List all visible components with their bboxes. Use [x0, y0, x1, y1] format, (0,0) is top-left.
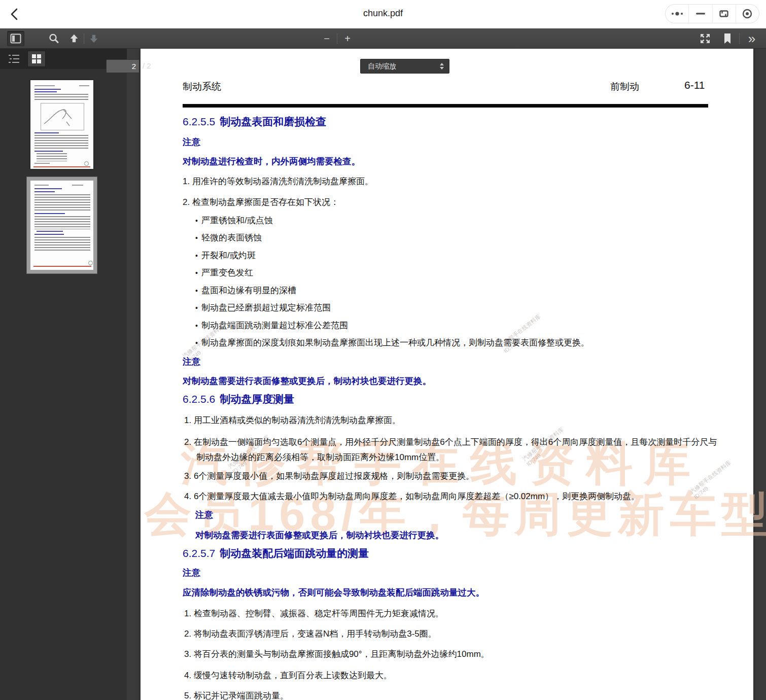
window-controls-capsule: [665, 4, 759, 23]
pdf-viewer-area: 汽修帮手在线资料库 会员168/年，每周更新车型 汽修帮手在线资料库ID:749…: [127, 49, 766, 700]
list-item: 5. 标记并记录端面跳动量。: [184, 690, 289, 700]
list-item: 3. 6个测量厚度最小值，如果制动盘厚度超过报废规格，则制动盘需要更换。: [184, 470, 474, 482]
page-number-label: 6-11: [684, 79, 705, 91]
header-rule: [183, 104, 708, 108]
bullet-marker: •: [195, 287, 198, 295]
next-page-button[interactable]: [87, 31, 101, 46]
zoom-in-button[interactable]: +: [340, 31, 355, 46]
bullet-marker: •: [195, 234, 198, 242]
bullet-item: •严重锈蚀和/或点蚀: [195, 215, 273, 226]
search-icon: [48, 33, 59, 44]
bullet-item: •轻微的表面锈蚀: [195, 232, 262, 243]
toolbar-separator: [84, 33, 84, 44]
list-item: 2. 将制动盘表面浮锈清理后，变速器N档，用手转动制动盘3-5圈。: [184, 628, 437, 640]
page-number-input[interactable]: [106, 59, 140, 73]
list-item: 1. 检查制动器、控制臂、减振器、稳定杆等周围件无力矩衰减情况。: [184, 608, 444, 619]
circle-dot-button[interactable]: [736, 5, 759, 23]
bullet-item: •严重变色发红: [195, 267, 253, 278]
zoom-level-select[interactable]: 自动缩放: [360, 59, 449, 74]
bullet-item: •制动盘已经磨损超过规定标准范围: [195, 302, 331, 313]
thumbnails-grid-icon: [31, 54, 42, 64]
select-spinner-icon: [440, 63, 444, 69]
double-chevron-icon: »: [748, 33, 755, 44]
bullet-item: •制动盘端面跳动测量超过标准公差范围: [195, 320, 348, 331]
minus-icon: [696, 12, 705, 15]
note-label: 注意: [183, 356, 200, 368]
thumbnail-page-2-preview: [30, 181, 93, 270]
bullet-item: •开裂和/或灼斑: [195, 250, 256, 261]
note-text: 应清除制动盘的铁锈或污物，否则可能会导致制动盘装配后端面跳动量过大。: [183, 586, 484, 599]
restore-window-button[interactable]: [712, 5, 736, 23]
note-label: 注意: [195, 509, 213, 521]
outline-list-icon: [8, 54, 20, 64]
thumbnail-page-1-preview: [30, 80, 93, 169]
presentation-mode-button[interactable]: [698, 31, 712, 46]
zoom-level-value: 自动缩放: [368, 62, 440, 71]
bookmark-button[interactable]: [720, 31, 735, 46]
overlap-squares-icon: [718, 8, 729, 19]
note-text: 对制动盘需要进行表面修整或更换后，制动衬块也要进行更换。: [183, 375, 431, 387]
outline-view-button[interactable]: [5, 51, 23, 67]
toolbar-separator: [337, 33, 337, 44]
section-heading-6256: 6.2.5.6制动盘厚度测量: [183, 392, 294, 406]
minus-icon: −: [324, 33, 330, 44]
pdf-page-2: 汽修帮手在线资料库 会员168/年，每周更新车型 汽修帮手在线资料库ID:749…: [141, 49, 753, 700]
thumbnail-page-2[interactable]: [26, 177, 97, 274]
more-options-button[interactable]: [666, 5, 688, 23]
section-heading-6257: 6.2.5.7制动盘装配后端面跳动量的测量: [183, 546, 369, 561]
thumbnails-view-button[interactable]: [27, 51, 46, 67]
note-text: 对制动盘需要进行表面修整或更换后，制动衬块也要进行更换。: [195, 529, 444, 541]
bullet-marker: •: [195, 252, 198, 260]
window-titlebar: chunk.pdf: [0, 0, 766, 28]
bullet-marker: •: [195, 339, 198, 347]
bullet-item: •盘面和边缘有明显的深槽: [195, 285, 296, 296]
more-tools-button[interactable]: »: [745, 31, 759, 46]
fullscreen-arrows-icon: [699, 32, 711, 45]
list-item: 1. 用准许的等效制动器清洗剂清洗制动盘摩擦面。: [183, 176, 373, 187]
toolbar-separator: [739, 33, 740, 44]
bullet-item: •制动盘摩擦面的深度划痕如果制动盘摩擦面出现上述一种或几种情况，则制动盘需要表面…: [195, 337, 589, 348]
ellipsis-dots-icon: [671, 11, 684, 17]
note-label: 注意: [183, 136, 200, 148]
thumbnail-page-1[interactable]: [30, 80, 93, 169]
list-item: 4. 缓慢匀速转动制动盘，直到百分表上读数达到最大。: [184, 670, 392, 681]
list-item: 4. 6个测量厚度最大值减去最小值即为制动盘周向厚度差，如制动盘周向厚度差超差（…: [184, 491, 640, 502]
note-label: 注意: [183, 567, 200, 579]
pdf-toolbar: / 2 − + 自动缩放 »: [0, 28, 766, 49]
circle-dot-icon: [742, 8, 753, 19]
list-item: 2. 检查制动盘摩擦面是否存在如下状况：: [183, 196, 339, 208]
minimize-button[interactable]: [688, 5, 712, 23]
bullet-marker: •: [195, 217, 198, 225]
list-item: 3. 将百分表的测量头与制动盘摩擦面接触成90°，且距离制动盘外边缘约10mm。: [184, 648, 490, 660]
page-header-center: 前制动: [610, 80, 639, 93]
note-text: 对制动盘进行检查时，内外两侧均需要检查。: [183, 155, 360, 167]
window-title: chunk.pdf: [0, 8, 766, 19]
bullet-marker: •: [195, 269, 198, 277]
bullet-marker: •: [195, 322, 198, 330]
page-header-left: 制动系统: [183, 80, 221, 93]
zoom-out-button[interactable]: −: [320, 31, 334, 46]
arrow-down-icon: [88, 33, 99, 44]
section-heading-6255: 6.2.5.5制动盘表面和磨损检查: [183, 115, 326, 129]
thumbnail-sidebar: [0, 49, 127, 700]
bullet-marker: •: [195, 304, 198, 312]
previous-page-button[interactable]: [67, 31, 81, 46]
bookmark-flag-icon: [723, 33, 732, 44]
search-button[interactable]: [47, 31, 61, 46]
list-item: 1. 用工业酒精或类似的制动器清洗剂清洗制动盘摩擦面。: [184, 414, 401, 426]
arrow-up-icon: [68, 33, 80, 44]
sidebar-toggle-button[interactable]: [7, 31, 24, 46]
sidebar-toggle-icon: [10, 33, 21, 44]
list-item: 2. 在制动盘一侧端面均匀选取6个测量点，用外径千分尺测量制动盘6个点上下端面的…: [184, 435, 720, 465]
page-count-label: / 2: [143, 61, 151, 70]
plus-icon: +: [344, 33, 351, 44]
